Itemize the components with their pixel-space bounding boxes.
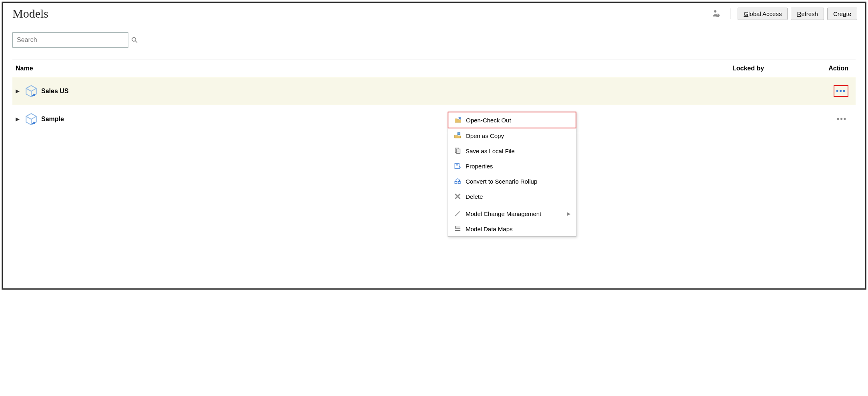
menu-label: Properties bbox=[466, 163, 493, 170]
table-row[interactable]: ▶ Sample ••• bbox=[12, 105, 856, 133]
col-header-action: Action bbox=[812, 65, 852, 72]
properties-icon bbox=[454, 162, 462, 170]
menu-label: Delete bbox=[466, 193, 483, 200]
svg-marker-17 bbox=[455, 226, 456, 228]
delete-icon bbox=[454, 192, 462, 200]
expand-icon[interactable]: ▶ bbox=[16, 88, 21, 94]
row-action: ••• bbox=[812, 114, 852, 124]
svg-rect-9 bbox=[455, 163, 459, 169]
svg-rect-12 bbox=[455, 182, 457, 184]
table-row[interactable]: ▶ Sales US ••• bbox=[12, 77, 856, 105]
menu-item-open-copy[interactable]: Open as Copy bbox=[448, 128, 576, 143]
search-input[interactable] bbox=[12, 32, 128, 48]
col-header-name: Name bbox=[16, 65, 732, 72]
create-button[interactable]: Create bbox=[827, 8, 857, 20]
global-access-button[interactable]: Global Access bbox=[738, 8, 788, 20]
row-label: Sales US bbox=[41, 88, 68, 95]
refresh-button[interactable]: Refresh bbox=[791, 8, 824, 20]
menu-label: Model Data Maps bbox=[466, 226, 513, 232]
app-frame: Models ? Global Access Refresh Create ⚲ … bbox=[2, 2, 866, 290]
header-divider bbox=[730, 8, 730, 19]
svg-point-0 bbox=[714, 10, 717, 13]
context-menu: Open-Check Out Open as Copy Save as Loca… bbox=[448, 112, 576, 237]
search-icon[interactable]: ⚲ bbox=[129, 34, 140, 46]
svg-rect-3 bbox=[458, 133, 460, 135]
col-header-locked: Locked by bbox=[732, 65, 812, 72]
menu-item-model-change-management[interactable]: Model Change Management ▶ bbox=[448, 206, 576, 221]
row-actions-menu-button[interactable]: ••• bbox=[835, 114, 848, 124]
menu-label: Open-Check Out bbox=[466, 117, 511, 124]
models-table: Name Locked by Action ▶ Sales US bbox=[12, 60, 856, 133]
row-name-cell: ▶ Sample bbox=[16, 112, 732, 126]
cube-icon bbox=[24, 112, 38, 126]
pencil-icon bbox=[454, 210, 462, 218]
menu-label: Convert to Scenario Rollup bbox=[466, 178, 537, 185]
menu-item-convert-rollup[interactable]: Convert to Scenario Rollup bbox=[448, 174, 576, 189]
menu-item-model-data-maps[interactable]: Model Data Maps bbox=[448, 221, 576, 236]
cube-icon bbox=[24, 84, 38, 98]
page-title: Models bbox=[12, 7, 48, 20]
menu-separator bbox=[464, 205, 570, 205]
submenu-arrow-icon: ▶ bbox=[567, 211, 570, 216]
menu-item-open-checkout[interactable]: Open-Check Out bbox=[448, 112, 576, 128]
header: Models ? Global Access Refresh Create bbox=[3, 3, 865, 24]
row-action: ••• bbox=[812, 85, 852, 97]
save-local-icon bbox=[454, 147, 462, 155]
search-row: ⚲ bbox=[3, 24, 865, 60]
row-actions-menu-button[interactable]: ••• bbox=[834, 85, 848, 97]
menu-label: Model Change Management bbox=[466, 210, 541, 217]
row-name-cell: ▶ Sales US bbox=[16, 84, 732, 98]
expand-icon[interactable]: ▶ bbox=[16, 116, 21, 122]
menu-item-properties[interactable]: Properties bbox=[448, 158, 576, 174]
data-maps-icon bbox=[454, 225, 462, 233]
row-label: Sample bbox=[41, 116, 64, 123]
user-help-icon[interactable]: ? bbox=[712, 9, 720, 18]
convert-rollup-icon bbox=[454, 177, 462, 185]
svg-rect-13 bbox=[458, 182, 460, 184]
open-checkout-icon bbox=[454, 116, 462, 124]
menu-item-delete[interactable]: Delete bbox=[448, 189, 576, 204]
header-actions: ? Global Access Refresh Create bbox=[712, 8, 857, 20]
table-header: Name Locked by Action bbox=[12, 60, 856, 77]
open-copy-icon bbox=[454, 132, 462, 140]
svg-text:?: ? bbox=[717, 14, 719, 17]
menu-label: Save as Local File bbox=[466, 148, 515, 154]
menu-item-save-local[interactable]: Save as Local File bbox=[448, 143, 576, 158]
menu-label: Open as Copy bbox=[466, 132, 504, 139]
